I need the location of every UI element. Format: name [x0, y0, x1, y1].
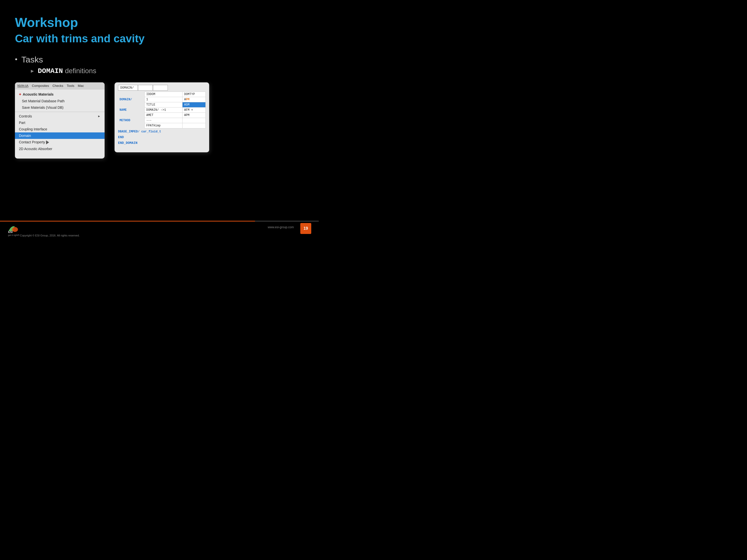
table-row-name: NAME DOMAIN/ ->1 AFM ⌖: [118, 108, 206, 113]
col-domtyp: DOMTYP: [182, 92, 206, 97]
menu-save-materials[interactable]: Save Materials (Visual DB): [15, 104, 105, 111]
domain-header-row: DOMAIN/: [118, 85, 206, 90]
col-iddom: IDDOM: [145, 92, 182, 97]
domain-text: DOMAIN: [38, 67, 63, 75]
table-row-title: TITLE ASM: [118, 102, 206, 108]
slide-subtitle: Car with trims and cavity: [15, 32, 304, 45]
footer-left: ESI get it right®: [7, 224, 20, 236]
menu-nvh-ia[interactable]: NVH-IA: [18, 84, 28, 88]
end-domain-row: END_DOMAIN: [118, 141, 206, 145]
row-label-fpath-empty: [118, 123, 145, 128]
menu-coupling-interface[interactable]: Coupling Interface: [15, 126, 105, 132]
panels-container: NVH-IA Composites Checks Tools Mac +Acou…: [15, 82, 304, 159]
menu-bar: NVH-IA Composites Checks Tools Mac: [15, 82, 105, 89]
domain-header-field[interactable]: DOMAIN/: [118, 85, 138, 90]
menu-contact-property[interactable]: Contact Property: [15, 139, 105, 145]
row-afm: AFM ⌖: [182, 108, 206, 113]
esi-logo-icon: ESI: [7, 224, 20, 234]
row-apm2: APM: [182, 113, 206, 118]
row-fpath: FPATHimp: [145, 123, 182, 128]
row-label-method: METHOD: [118, 118, 145, 123]
row-amet: AMET: [145, 113, 182, 118]
esi-logo: ESI get it right®: [7, 224, 20, 236]
copyright-text: Copyright © ESI Group, 2016. All rights …: [20, 234, 80, 237]
page-number: 19: [300, 223, 311, 234]
svg-text:ESI: ESI: [8, 231, 13, 234]
row-label-domain: DOMAIN/: [118, 97, 145, 102]
row-dashes: ---: [145, 118, 182, 123]
table-row-amet: AMET APM: [118, 113, 206, 118]
left-panel: NVH-IA Composites Checks Tools Mac +Acou…: [15, 82, 105, 159]
svg-point-0: [12, 227, 18, 232]
menu-checks[interactable]: Checks: [53, 84, 63, 88]
row-title: TITLE: [145, 102, 182, 108]
row-method-empty: [182, 118, 206, 123]
domain-table: IDDOM DOMTYP DOMAIN/ 1 APM TITLE ASM: [118, 91, 206, 128]
menu-controls[interactable]: Controls ►: [15, 113, 105, 119]
right-panel: DOMAIN/ IDDOM DOMTYP DOMAIN/ 1 APM: [114, 82, 209, 152]
menu-part[interactable]: Part: [15, 119, 105, 126]
slide-title: Workshop: [15, 15, 304, 30]
end-row: END: [118, 135, 206, 139]
menu-acoustic-materials[interactable]: +Acoustic Materials: [15, 91, 105, 98]
col-header-empty: [118, 92, 145, 97]
cursor-icon: [46, 140, 49, 144]
row-fpath-empty: [182, 123, 206, 128]
row-label-name: NAME: [118, 108, 145, 113]
domain-header-empty2: [153, 85, 168, 90]
menu-tools[interactable]: Tools: [67, 84, 74, 88]
table-row-fpath: FPATHimp: [118, 123, 206, 128]
domain-bullet: ► DOMAIN definitions: [30, 67, 304, 75]
row-iddom-1: 1: [145, 97, 182, 102]
menu-set-material-db[interactable]: Set Material Database Path: [15, 98, 105, 104]
row-asm: ASM: [182, 102, 206, 108]
row-label-amet-empty: [118, 113, 145, 118]
website-text: www.esi-group.com: [268, 225, 294, 229]
menu-composites[interactable]: Composites: [32, 84, 49, 88]
domain-editor: DOMAIN/ IDDOM DOMTYP DOMAIN/ 1 APM: [114, 82, 209, 148]
tasks-section: • Tasks ► DOMAIN definitions: [15, 55, 304, 75]
tasks-label: Tasks: [21, 55, 43, 64]
table-row-domain1: DOMAIN/ 1 APM: [118, 97, 206, 102]
menu-divider-1: [15, 112, 105, 112]
row-domtyp-apm: APM: [182, 97, 206, 102]
plus-icon: +: [19, 92, 21, 96]
dbase-row: DBASE_IMPED/ car_fluid_t: [118, 130, 206, 133]
row-domain-arrow: DOMAIN/ ->1: [145, 108, 182, 113]
slide-container: Workshop Car with trims and cavity • Tas…: [0, 0, 319, 239]
bullet-dot: •: [15, 55, 18, 63]
definitions-text: definitions: [65, 67, 96, 75]
tasks-bullet: • Tasks: [15, 55, 304, 64]
controls-arrow-icon: ►: [98, 114, 101, 118]
footer: ESI get it right® Copyright © ESI Group,…: [0, 221, 319, 239]
esi-tagline: get it right®: [8, 234, 20, 236]
menu-section: +Acoustic Materials Set Material Databas…: [15, 89, 105, 154]
domain-header-empty1: [138, 85, 153, 90]
menu-2d-acoustic[interactable]: 2D Acoustic Absorber: [15, 145, 105, 152]
sub-arrow-icon: ►: [30, 68, 35, 74]
menu-domain[interactable]: Domain: [15, 132, 105, 139]
row-label-title-empty: [118, 102, 145, 108]
table-row-method: METHOD ---: [118, 118, 206, 123]
table-col-headers: IDDOM DOMTYP: [118, 92, 206, 97]
menu-mac[interactable]: Mac: [78, 84, 84, 88]
